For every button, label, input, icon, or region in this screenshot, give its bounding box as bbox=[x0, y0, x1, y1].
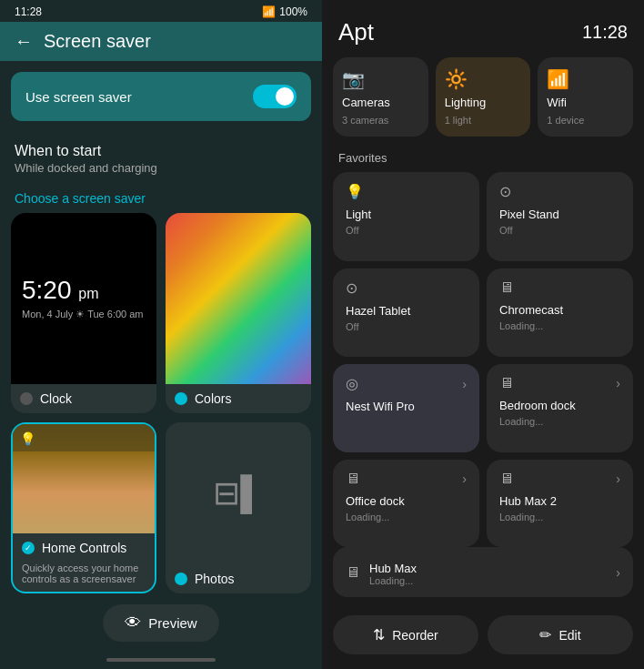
hazel-tablet-icon: ⊙ bbox=[346, 279, 357, 297]
hub-max-icon: 🖥 bbox=[346, 564, 360, 581]
use-screen-saver-toggle[interactable]: Use screen saver bbox=[11, 72, 311, 121]
status-icons: 📶 100% bbox=[262, 5, 307, 18]
lighting-sub: 1 light bbox=[445, 115, 522, 126]
light-icon: 💡 bbox=[346, 183, 364, 200]
chromecast-item[interactable]: 🖥 Chromecast Loading... bbox=[487, 269, 633, 358]
hub-max-2-icon: 🖥 bbox=[499, 471, 514, 487]
hub-max-2-status: Loading... bbox=[499, 512, 620, 522]
hub-max-item[interactable]: 🖥 Hub Max Loading... › bbox=[333, 547, 633, 597]
bottom-buttons: ⇅ Reorder ✏ Edit bbox=[322, 604, 644, 669]
photos-saver-card[interactable]: ⊟▌ Photos bbox=[166, 422, 311, 594]
clock-date: Mon, 4 July ☀ Tue 6:00 am bbox=[22, 309, 144, 320]
pixel-stand-item[interactable]: ⊙ Pixel Stand Off bbox=[487, 172, 633, 261]
photos-footer: Photos bbox=[166, 564, 311, 593]
apt-time: 11:28 bbox=[582, 22, 628, 43]
hub-max-status: Loading... bbox=[369, 575, 417, 586]
lighting-tile[interactable]: 🔆 Lighting 1 light bbox=[436, 57, 531, 137]
when-subtitle: While docked and charging bbox=[15, 161, 307, 175]
colors-saver-card[interactable]: Colors bbox=[166, 213, 311, 413]
favorites-label: Favorites bbox=[322, 147, 644, 172]
choose-saver-label: Choose a screen saver bbox=[0, 180, 322, 213]
reorder-icon: ⇅ bbox=[373, 626, 385, 644]
photos-preview: ⊟▌ bbox=[166, 422, 311, 565]
clock-label: Clock bbox=[40, 391, 72, 406]
office-dock-item[interactable]: 🖥 › Office dock Loading... bbox=[333, 460, 479, 548]
nest-wifi-pro-icon: ◎ bbox=[346, 375, 358, 392]
lighting-icon: 🔆 bbox=[445, 68, 522, 90]
cameras-sub: 3 cameras bbox=[342, 115, 419, 126]
bulb-icon: 💡 bbox=[20, 431, 35, 446]
hub-max-2-chevron-icon: › bbox=[616, 471, 620, 486]
clock-time: 5:20 pm bbox=[22, 276, 144, 305]
photos-icon: ⊟▌ bbox=[213, 474, 264, 512]
light-item[interactable]: 💡 Light Off bbox=[333, 172, 479, 261]
hub-max-wide-row: 🖥 Hub Max Loading... › bbox=[322, 547, 644, 604]
office-dock-name: Office dock bbox=[346, 494, 467, 508]
home-controls-preview: 💡 bbox=[13, 424, 155, 534]
hazel-tablet-status: Off bbox=[346, 321, 467, 332]
preview-eye-icon: 👁 bbox=[125, 613, 141, 633]
toggle-switch[interactable] bbox=[253, 85, 297, 108]
colors-footer: Colors bbox=[166, 384, 311, 413]
status-bar: 11:28 📶 100% bbox=[0, 0, 322, 22]
chromecast-name: Chromecast bbox=[499, 303, 620, 317]
light-header: 💡 bbox=[346, 183, 467, 200]
edit-button[interactable]: ✏ Edit bbox=[488, 615, 633, 654]
back-button[interactable]: ← bbox=[15, 31, 33, 52]
quick-tiles: 📷 Cameras 3 cameras 🔆 Lighting 1 light 📶… bbox=[322, 57, 644, 147]
chromecast-icon: 🖥 bbox=[499, 279, 514, 296]
hub-max-2-name: Hub Max 2 bbox=[499, 494, 620, 508]
light-name: Light bbox=[346, 208, 467, 221]
colors-preview bbox=[166, 213, 311, 384]
wifi-name: Wifi bbox=[547, 96, 624, 109]
status-time: 11:28 bbox=[15, 5, 42, 18]
hub-max-2-header: 🖥 › bbox=[499, 471, 620, 487]
office-dock-header: 🖥 › bbox=[346, 471, 467, 487]
clock-dot bbox=[20, 392, 33, 405]
top-bar: ← Screen saver bbox=[0, 22, 322, 61]
colors-label: Colors bbox=[195, 391, 231, 406]
home-controls-saver-card[interactable]: 💡 ✓ Home Controls Quickly access your ho… bbox=[11, 422, 156, 594]
bedroom-dock-item[interactable]: 🖥 › Bedroom dock Loading... bbox=[487, 364, 633, 452]
hub-max-2-item[interactable]: 🖥 › Hub Max 2 Loading... bbox=[487, 460, 633, 548]
reorder-button[interactable]: ⇅ Reorder bbox=[333, 615, 478, 654]
office-chevron-icon: › bbox=[462, 471, 467, 486]
hub-max-text: Hub Max Loading... bbox=[369, 558, 417, 586]
screen-saver-panel: 11:28 📶 100% ← Screen saver Use screen s… bbox=[0, 0, 322, 669]
cameras-tile[interactable]: 📷 Cameras 3 cameras bbox=[333, 57, 428, 137]
smart-home-panel: Apt 11:28 📷 Cameras 3 cameras 🔆 Lighting… bbox=[322, 0, 644, 669]
wifi-tile[interactable]: 📶 Wifi 1 device bbox=[538, 57, 633, 137]
clock-preview: 5:20 pm Mon, 4 July ☀ Tue 6:00 am bbox=[11, 213, 156, 384]
bedroom-dock-name: Bedroom dock bbox=[499, 399, 620, 412]
home-footer: ✓ Home Controls bbox=[13, 533, 155, 563]
light-status: Off bbox=[346, 225, 467, 236]
nest-chevron-icon: › bbox=[462, 377, 467, 391]
hazel-tablet-name: Hazel Tablet bbox=[346, 304, 467, 318]
pixel-stand-icon: ⊙ bbox=[499, 183, 511, 200]
nest-wifi-pro-header: ◎ › bbox=[346, 375, 467, 392]
pixel-stand-status: Off bbox=[499, 225, 620, 236]
hub-max-name: Hub Max bbox=[369, 562, 417, 575]
office-dock-status: Loading... bbox=[346, 512, 467, 522]
reorder-label: Reorder bbox=[392, 628, 438, 643]
preview-button[interactable]: 👁 Preview bbox=[103, 604, 218, 642]
hazel-tablet-item[interactable]: ⊙ Hazel Tablet Off bbox=[333, 269, 479, 358]
clock-saver-card[interactable]: 5:20 pm Mon, 4 July ☀ Tue 6:00 am Clock bbox=[11, 213, 156, 413]
savers-grid: 5:20 pm Mon, 4 July ☀ Tue 6:00 am Clock … bbox=[0, 213, 322, 593]
cameras-icon: 📷 bbox=[342, 68, 419, 90]
when-title: When to start bbox=[15, 143, 307, 159]
bedroom-dock-header: 🖥 › bbox=[499, 375, 620, 391]
apt-title: Apt bbox=[338, 18, 374, 46]
nest-wifi-pro-item[interactable]: ◎ › Nest Wifi Pro bbox=[333, 364, 479, 452]
cameras-name: Cameras bbox=[342, 96, 419, 109]
pixel-stand-header: ⊙ bbox=[499, 183, 620, 200]
home-check-icon: ✓ bbox=[22, 542, 35, 554]
home-desc: Quickly access your home controls as a s… bbox=[13, 563, 155, 592]
battery-text: 100% bbox=[279, 5, 307, 18]
toggle-label: Use screen saver bbox=[25, 89, 132, 105]
home-label: Home Controls bbox=[42, 541, 126, 555]
bedroom-chevron-icon: › bbox=[616, 376, 620, 390]
office-dock-icon: 🖥 bbox=[346, 471, 360, 487]
lighting-name: Lighting bbox=[445, 96, 522, 109]
hub-max-chevron-icon: › bbox=[616, 565, 620, 580]
